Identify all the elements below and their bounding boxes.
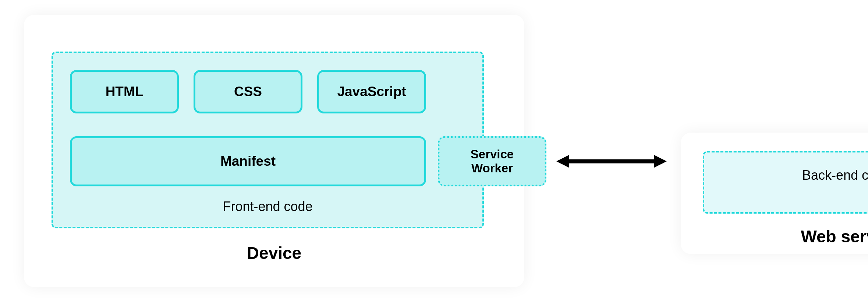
service-worker-box: Service Worker [438, 136, 546, 186]
bidirectional-arrow-icon [556, 154, 667, 169]
svg-marker-1 [556, 155, 569, 168]
javascript-label: JavaScript [337, 84, 406, 99]
server-title: Web server [681, 226, 868, 246]
manifest-label: Manifest [220, 154, 276, 169]
service-worker-label: Service Worker [471, 147, 514, 175]
svg-marker-2 [654, 155, 667, 168]
css-label: CSS [234, 84, 262, 99]
html-label: HTML [106, 84, 144, 99]
html-box: HTML [70, 70, 179, 113]
javascript-box: JavaScript [317, 70, 426, 113]
device-title: Device [24, 243, 524, 263]
manifest-box: Manifest [70, 136, 426, 186]
backend-caption: Back-end code [703, 168, 868, 183]
css-box: CSS [194, 70, 302, 113]
frontend-caption: Front-end code [52, 199, 484, 214]
